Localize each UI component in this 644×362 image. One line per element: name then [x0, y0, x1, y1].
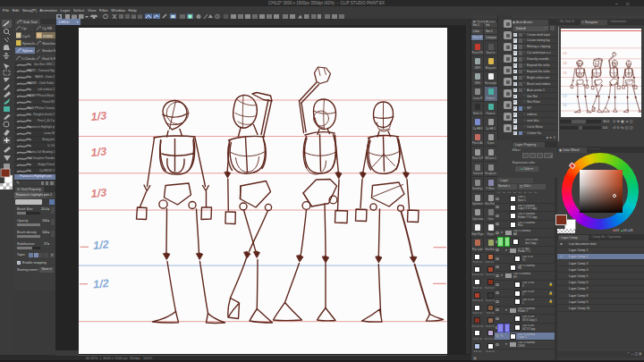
svg-text:1/3: 1/3 [563, 52, 567, 55]
svg-text:Cy HB: Cy HB [42, 27, 52, 30]
svg-text:KlI888: KlI888 [43, 35, 53, 38]
svg-text:Sketches: Sketches [42, 42, 55, 46]
svg-text:1/2: 1/2 [93, 277, 110, 290]
svg-text:1/2: 1/2 [93, 238, 110, 251]
svg-text:Sub Tool: Sub Tool [23, 20, 38, 24]
svg-text:Spencils: Spencils [22, 42, 35, 46]
svg-text:1/3: 1/3 [563, 72, 567, 75]
svg-text:1/2: 1/2 [563, 104, 567, 107]
svg-text:1/3: 1/3 [90, 186, 107, 199]
svg-text:1/2: 1/2 [563, 95, 567, 98]
svg-text:Cyr: Cyr [21, 27, 28, 30]
svg-text:1/3: 1/3 [563, 62, 567, 65]
svg-text:Real G-P: Real G-P [42, 57, 55, 61]
svg-text:1/3: 1/3 [90, 145, 107, 158]
svg-text:Cyr3: Cyr3 [22, 35, 30, 38]
svg-text:1:Checlw: 1:Checlw [21, 57, 36, 61]
svg-text:1/3: 1/3 [90, 109, 107, 122]
svg-text:Smoke N: Smoke N [42, 49, 55, 53]
svg-text:Sylane: Sylane [22, 49, 33, 53]
